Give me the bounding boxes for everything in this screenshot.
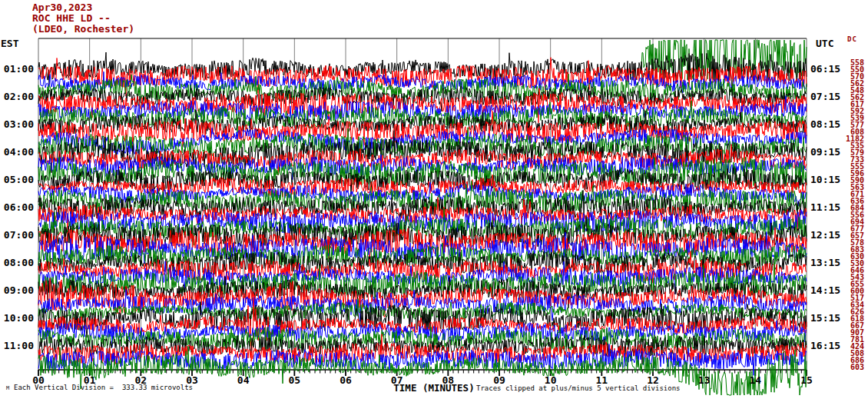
right-axis-label-utc: UTC <box>816 38 833 49</box>
helicorder-traces-svg <box>38 38 807 370</box>
title-block: Apr30,2023 ROC HHE LD -- (LDEO, Rocheste… <box>32 2 134 35</box>
est-time-label: 04:00 <box>0 146 34 158</box>
dc-column-label: DC <box>847 35 857 43</box>
utc-time-label: 16:15 <box>810 340 840 352</box>
x-tick-label: 06 <box>334 374 357 386</box>
est-time-label: 02:00 <box>0 91 34 103</box>
est-time-label: 10:00 <box>0 312 34 324</box>
utc-time-label: 07:15 <box>810 91 840 103</box>
utc-time-label: 14:15 <box>810 284 840 297</box>
est-time-label: 11:00 <box>0 340 34 352</box>
webicorder-page: Apr30,2023 ROC HHE LD -- (LDEO, Rocheste… <box>0 0 868 399</box>
x-axis-title: TIME (MINUTES) <box>384 382 484 394</box>
x-tick-label: 05 <box>283 374 306 386</box>
est-time-label: 06:00 <box>0 201 34 214</box>
title-station: ROC HHE LD -- <box>32 13 134 24</box>
utc-time-label: 11:15 <box>810 201 840 214</box>
title-date: Apr30,2023 <box>32 2 134 13</box>
utc-time-label: 10:15 <box>810 174 840 186</box>
utc-time-label: 13:15 <box>810 257 840 269</box>
watermark-glyph: M <box>6 385 9 391</box>
clip-note: Traces clipped at plus/minus 5 vertical … <box>476 384 681 392</box>
x-tick-label: 04 <box>232 374 255 386</box>
left-axis-label-est: EST <box>1 38 18 49</box>
x-tick-label: 14 <box>744 374 767 386</box>
utc-time-label: 08:15 <box>810 118 840 131</box>
est-time-label: 08:00 <box>0 257 34 269</box>
x-tick-label: 15 <box>795 374 818 386</box>
utc-time-label: 12:15 <box>810 229 840 241</box>
helicorder-plot <box>38 38 807 370</box>
x-tick-label: 13 <box>693 374 716 386</box>
est-time-label: 03:00 <box>0 118 34 131</box>
est-time-label: 01:00 <box>0 63 34 75</box>
dc-value: 603 <box>838 364 864 371</box>
scale-note: Each Vertical Division = 333.33 microvol… <box>14 384 193 391</box>
est-time-label: 05:00 <box>0 174 34 186</box>
utc-time-label: 09:15 <box>810 146 840 158</box>
utc-time-label: 06:15 <box>810 63 840 75</box>
est-time-label: 09:00 <box>0 284 34 297</box>
title-network: (LDEO, Rochester) <box>32 24 134 35</box>
utc-time-label: 15:15 <box>810 312 840 324</box>
est-time-label: 07:00 <box>0 229 34 241</box>
